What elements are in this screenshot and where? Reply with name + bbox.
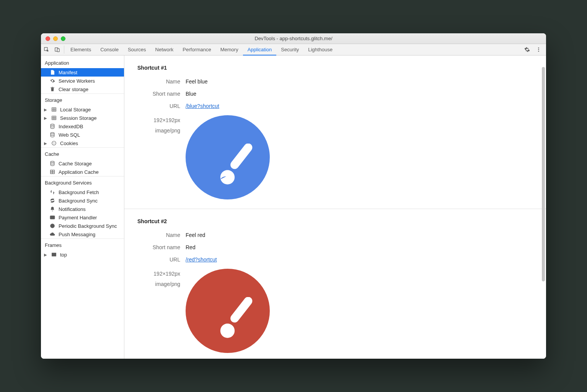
label-url: URL	[124, 256, 186, 263]
sidebar-item-application-cache[interactable]: Application Cache	[41, 168, 124, 176]
tab-lighthouse[interactable]: Lighthouse	[303, 44, 337, 55]
section-application: Application	[41, 56, 124, 68]
minimize-window-button[interactable]	[53, 36, 58, 41]
tab-label: Performance	[183, 47, 211, 52]
sidebar-item-label: Application Cache	[59, 169, 99, 175]
label-short-name: Short name	[124, 91, 186, 97]
trash-icon	[49, 86, 55, 92]
clock-icon	[49, 223, 55, 229]
cookie-icon	[51, 140, 57, 146]
sidebar-item-cache-storage[interactable]: Cache Storage	[41, 159, 124, 168]
sidebar-item-clear-storage[interactable]: Clear storage	[41, 85, 124, 93]
value-url-link[interactable]: /red?shortcut	[186, 256, 217, 263]
brush-icon	[217, 144, 259, 186]
close-window-button[interactable]	[46, 36, 50, 41]
section-background-services: Background Services	[41, 176, 124, 188]
device-toolbar-icon[interactable]	[52, 44, 62, 55]
tab-label: Security	[281, 47, 299, 52]
section-cache: Cache	[41, 147, 124, 159]
sidebar-item-label: IndexedDB	[59, 124, 83, 129]
tab-network[interactable]: Network	[151, 44, 178, 55]
svg-point-4	[538, 49, 539, 50]
sidebar-item-websql[interactable]: Web SQL	[41, 131, 124, 139]
sidebar-item-label: Background Sync	[59, 198, 98, 204]
tab-application[interactable]: Application	[243, 44, 277, 56]
more-menu-icon[interactable]	[533, 47, 544, 52]
bell-icon	[49, 206, 55, 212]
cloud-icon	[49, 231, 55, 237]
shortcut-heading: Shortcut #2	[124, 209, 546, 229]
sidebar-item-notifications[interactable]: Notifications	[41, 205, 124, 213]
svg-rect-18	[52, 253, 56, 256]
sidebar-item-session-storage[interactable]: ▶ Session Storage	[41, 114, 124, 122]
sidebar-item-background-fetch[interactable]: Background Fetch	[41, 188, 124, 196]
tab-sources[interactable]: Sources	[123, 44, 151, 55]
sidebar-item-label: Background Fetch	[59, 189, 99, 195]
body: Application Manifest Service Workers Cle…	[41, 56, 546, 359]
sidebar-item-label: Notifications	[59, 206, 86, 212]
devtools-window: DevTools - app-shortcuts.glitch.me/ Elem…	[41, 33, 546, 359]
tab-label: Network	[155, 47, 174, 52]
svg-point-5	[538, 51, 539, 52]
sidebar-item-cookies[interactable]: ▶ Cookies	[41, 139, 124, 147]
label-name: Name	[124, 232, 186, 238]
scrollbar-thumb[interactable]	[542, 67, 545, 281]
svg-point-14	[51, 161, 54, 163]
gear-icon	[49, 78, 55, 84]
sidebar-item-push-messaging[interactable]: Push Messaging	[41, 230, 124, 238]
sidebar-item-manifest[interactable]: Manifest	[41, 68, 124, 77]
database-icon	[49, 123, 55, 129]
tab-performance[interactable]: Performance	[178, 44, 215, 55]
sidebar-item-service-workers[interactable]: Service Workers	[41, 77, 124, 85]
manifest-pane[interactable]: Shortcut #1 Name Feel blue Short name Bl…	[124, 56, 546, 359]
tab-label: Elements	[70, 47, 91, 52]
maximize-window-button[interactable]	[61, 36, 65, 41]
file-icon	[49, 69, 55, 75]
icon-meta: 192×192px image/png	[124, 269, 186, 289]
sidebar-item-label: Push Messaging	[59, 232, 95, 237]
database-icon	[49, 160, 55, 167]
value-short-name: Red	[186, 244, 196, 250]
sidebar-item-periodic-bg-sync[interactable]: Periodic Background Sync	[41, 222, 124, 230]
sidebar-item-top-frame[interactable]: ▶ top	[41, 250, 124, 259]
label-short-name: Short name	[124, 244, 186, 250]
svg-point-9	[51, 132, 54, 134]
sidebar-item-indexeddb[interactable]: IndexedDB	[41, 122, 124, 131]
database-icon	[49, 132, 55, 138]
sync-icon	[49, 198, 55, 204]
svg-point-8	[51, 124, 54, 126]
application-sidebar: Application Manifest Service Workers Cle…	[41, 56, 124, 359]
sidebar-item-label: Clear storage	[59, 87, 88, 92]
sidebar-item-local-storage[interactable]: ▶ Local Storage	[41, 105, 124, 114]
divider	[64, 46, 64, 54]
sidebar-item-payment-handler[interactable]: Payment Handler	[41, 213, 124, 222]
tab-security[interactable]: Security	[276, 44, 303, 55]
sidebar-item-label: Manifest	[59, 70, 77, 75]
caret-icon: ▶	[44, 253, 48, 257]
tab-label: Lighthouse	[308, 47, 333, 52]
titlebar: DevTools - app-shortcuts.glitch.me/	[41, 33, 546, 44]
settings-gear-icon[interactable]	[522, 47, 532, 52]
value-name: Feel red	[186, 232, 205, 238]
tab-label: Sources	[128, 47, 146, 52]
sidebar-item-label: Session Storage	[60, 115, 96, 121]
tab-memory[interactable]: Memory	[216, 44, 243, 55]
fetch-icon	[49, 189, 55, 195]
section-storage: Storage	[41, 93, 124, 105]
table-icon	[51, 115, 57, 121]
panel-tabstrip: Elements Console Sources Network Perform…	[41, 44, 546, 56]
value-url-link[interactable]: /blue?shortcut	[186, 103, 219, 109]
tab-console[interactable]: Console	[96, 44, 123, 55]
tab-elements[interactable]: Elements	[66, 44, 96, 55]
sidebar-item-background-sync[interactable]: Background Sync	[41, 196, 124, 205]
section-frames: Frames	[41, 238, 124, 250]
caret-icon: ▶	[44, 141, 48, 145]
caret-icon: ▶	[44, 108, 48, 112]
window-controls	[41, 36, 65, 41]
inspect-element-icon[interactable]	[41, 44, 52, 55]
value-short-name: Blue	[186, 91, 196, 97]
icon-type: image/png	[124, 279, 180, 289]
label-url: URL	[124, 103, 186, 109]
sidebar-item-label: Web SQL	[59, 132, 80, 138]
brush-icon	[217, 297, 259, 339]
